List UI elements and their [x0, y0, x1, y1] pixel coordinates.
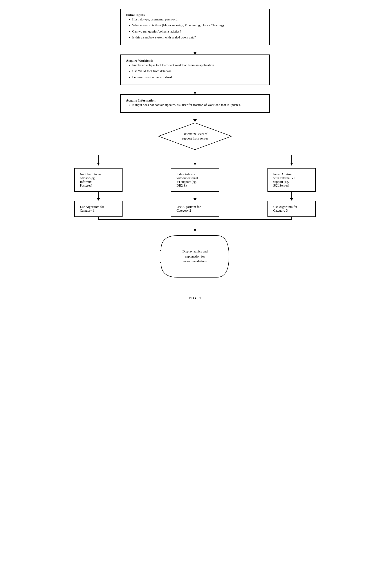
- advisor-box-center: Index Advisor without external VI suppor…: [171, 168, 219, 192]
- advisor-text-right: Index Advisor with external VI support (…: [273, 172, 295, 187]
- acquire-information-box: Acquire Information: If input does not c…: [120, 94, 270, 113]
- column-left: No inbuilt index advisor (eg. Informix, …: [65, 168, 131, 217]
- arrow-3: [193, 113, 197, 122]
- acquire-information-title: Acquire Information:: [126, 99, 264, 102]
- initial-inputs-title: Initial Inputs:: [126, 13, 264, 17]
- diamond-text: Determine level of support from server: [182, 132, 208, 141]
- advisor-box-left: No inbuilt index advisor (eg. Informix, …: [74, 168, 123, 192]
- svg-marker-6: [97, 163, 100, 165]
- flowchart: Initial Inputs: Host, dbtype, username, …: [41, 9, 349, 278]
- acquire-workload-title: Acquire Workload:: [126, 59, 264, 63]
- acquire-workload-list: Invoke an eclipse tool to collect worklo…: [126, 63, 264, 80]
- svg-marker-8: [290, 163, 293, 165]
- svg-marker-7: [194, 163, 196, 165]
- display-hexagon: Display advice and explanation for recom…: [160, 234, 230, 278]
- initial-inputs-box: Initial Inputs: Host, dbtype, username, …: [120, 9, 270, 45]
- column-right: Index Advisor with external VI support (…: [259, 168, 325, 217]
- list-item: Host, dbtype, username, password: [132, 17, 264, 22]
- algorithm-text-left: Use Algorithm for Category 1: [80, 205, 104, 212]
- acquire-workload-box: Acquire Workload: Invoke an eclipse tool…: [120, 54, 270, 85]
- algorithm-text-center: Use Algorithm for Category 2: [177, 205, 201, 212]
- diamond-wrap: Determine level of support from server: [158, 122, 232, 151]
- fig-caption: FIG. 1: [189, 296, 201, 300]
- branch-section: No inbuilt index advisor (eg. Informix, …: [41, 151, 349, 234]
- list-item: Use WLM tool from database: [132, 69, 264, 74]
- advisor-text-center: Index Advisor without external VI suppor…: [177, 172, 198, 187]
- hexagon-wrap: Display advice and explanation for recom…: [160, 234, 230, 278]
- acquire-information-list: If input does not contain updates, ask u…: [126, 102, 264, 107]
- branch-lines-top: [65, 151, 325, 168]
- display-text: Display advice and explanation for recom…: [183, 249, 208, 264]
- algorithm-box-right: Use Algorithm for Category 3: [267, 201, 316, 217]
- advisor-box-right: Index Advisor with external VI support (…: [267, 168, 316, 192]
- list-item: Invoke an eclipse tool to collect worklo…: [132, 63, 264, 68]
- algorithm-box-left: Use Algorithm for Category 1: [74, 201, 123, 217]
- list-item: What scenario is this? (Major redesign, …: [132, 23, 264, 28]
- list-item: If input does not contain updates, ask u…: [132, 102, 264, 107]
- arrow-center: [193, 192, 197, 201]
- advisor-text-left: No inbuilt index advisor (eg. Informix, …: [80, 172, 101, 187]
- list-item: Can we run queries/collect statistics?: [132, 29, 264, 34]
- list-item: Let user provide the workload: [132, 75, 264, 80]
- arrow-left: [97, 192, 100, 201]
- list-item: Is this a sandbox system with scaled dow…: [132, 35, 264, 40]
- column-center: Index Advisor without external VI suppor…: [162, 168, 228, 217]
- arrow-right: [290, 192, 293, 201]
- algorithm-box-center: Use Algorithm for Category 2: [171, 201, 219, 217]
- three-columns: No inbuilt index advisor (eg. Informix, …: [65, 168, 325, 217]
- arrow-1: [193, 45, 197, 54]
- initial-inputs-list: Host, dbtype, username, password What sc…: [126, 17, 264, 40]
- arrow-2: [193, 85, 197, 94]
- converge-lines: [65, 217, 325, 234]
- svg-marker-14: [194, 229, 196, 232]
- decision-diamond: Determine level of support from server: [158, 122, 232, 151]
- algorithm-text-right: Use Algorithm for Category 3: [273, 205, 297, 212]
